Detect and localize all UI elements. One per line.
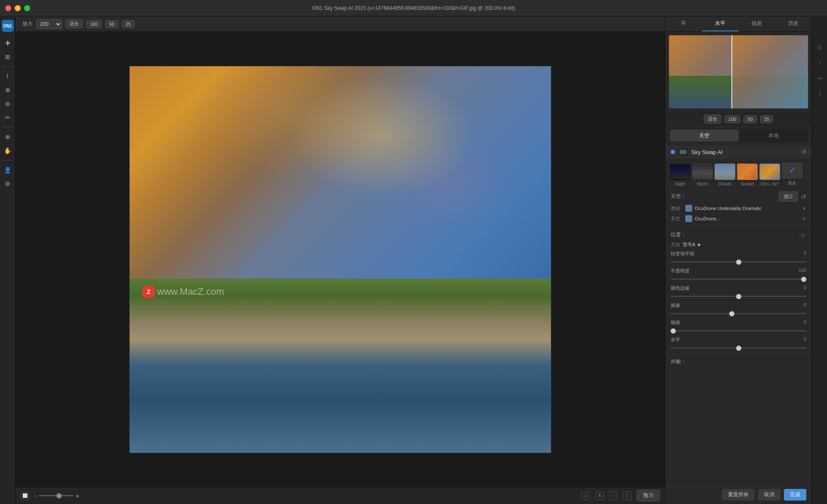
method-value[interactable]: 型号A ▼ [683, 241, 701, 248]
sky-thumbnails: Night Storm Clouds Sunset Ocu...ne* [665, 159, 811, 190]
slider-huan: 换缘 0 [665, 301, 811, 318]
mini-zoom-bar: 适合 100 50 25 [665, 112, 811, 126]
image-ground [130, 278, 551, 452]
brush-tool-icon[interactable]: ⌇ [2, 70, 14, 82]
circle-icon[interactable]: ○ [609, 492, 618, 500]
preview-button[interactable]: 预习 [637, 490, 660, 501]
left-toolbar: ON1 ✛ ⊞ ⌇ ⊕ ⊚ ✏ ⊕ ✋ 👤 ⚙ [0, 16, 16, 504]
window-title: ON1 Sky Swap AI 2023 (u=1476844859,89483… [312, 5, 515, 11]
opacity-slider[interactable] [671, 278, 806, 280]
sky-drop-chevron-icon[interactable]: ▼ [802, 216, 806, 221]
maximize-button[interactable] [24, 5, 30, 11]
cancel-button[interactable]: 取消 [758, 489, 780, 501]
more-thumb-img: ✓ [782, 162, 802, 179]
night-thumb-label: Night [675, 182, 685, 186]
huan-label: 换缘 [671, 302, 680, 309]
tab-horizontal[interactable]: 水平 [702, 16, 739, 31]
tab-off[interactable]: 不 [665, 16, 702, 31]
reset-all-button[interactable]: 重置所有 [722, 489, 755, 501]
local-tab[interactable]: 本地 [740, 129, 808, 142]
mini-100-button[interactable]: 100 [724, 115, 740, 123]
tab-history[interactable]: 历史 [775, 16, 811, 31]
main-canvas[interactable]: Z www.MacZ.com [129, 66, 551, 453]
hand-tool-icon[interactable]: ✋ [2, 145, 14, 157]
position-label: 位置： [671, 231, 799, 238]
scale-slider[interactable] [671, 330, 806, 331]
clone-tool-icon[interactable]: ⊚ [2, 98, 14, 110]
storm-thumb-label: Storm [697, 182, 709, 186]
zoom-tool-icon[interactable]: ⊕ [2, 131, 14, 143]
method-chevron-icon: ▼ [696, 242, 701, 247]
zoom-100-button[interactable]: 100 [86, 20, 102, 28]
tab-info[interactable]: 信息 [739, 16, 775, 31]
edge-share-icon[interactable]: ↑ [815, 58, 825, 68]
sky-thumb-night[interactable]: Night [670, 164, 690, 186]
sky-thumb-ocudrone[interactable]: Ocu...ne* [759, 164, 780, 186]
done-button[interactable]: 完成 [784, 489, 806, 501]
settings-tool-icon[interactable]: ⚙ [2, 178, 14, 190]
zoom-select[interactable]: 200 100 50 25 [36, 19, 62, 29]
position-arrows-icon[interactable]: ◁▷ [799, 232, 806, 238]
minimize-button[interactable] [15, 5, 21, 11]
fade-edge-label: 褪色边缘 [671, 285, 690, 291]
horizontal-slider[interactable] [671, 347, 806, 349]
sky-thumb-storm[interactable]: Storm [692, 164, 713, 186]
divider-1 [665, 226, 811, 226]
divider-2 [665, 354, 811, 355]
fit-button[interactable]: 适合 [65, 19, 83, 28]
opacity-label: 不透明度 [671, 268, 690, 274]
mini-50-button[interactable]: 50 [743, 115, 756, 123]
image-clouds [130, 66, 551, 298]
sky-thumb-more[interactable]: ✓ 更多 [782, 162, 802, 186]
sky-reset-icon[interactable]: ↺ [801, 193, 806, 200]
paint-tool-icon[interactable]: ✏ [2, 111, 14, 124]
horizon-slider[interactable] [671, 261, 806, 263]
bottom-slider[interactable] [39, 495, 73, 496]
zoom-label: 放大 [22, 20, 33, 28]
heal-tool-icon[interactable]: ⊕ [2, 84, 14, 96]
mini-25-button[interactable]: 25 [760, 115, 773, 123]
sky-tab[interactable]: 天空 [670, 130, 739, 142]
panel-tabs: 不 水平 信息 历史 [665, 16, 811, 32]
slider-end-icon: ● [76, 493, 79, 499]
sky-drop-value: OcuDrone... [695, 216, 799, 221]
section-active-dot[interactable] [671, 150, 675, 154]
toolbar-separator-3 [3, 160, 13, 161]
center-area: 放大 200 100 50 25 适合 100 50 25 Z www.MacZ… [16, 16, 665, 504]
text-icon[interactable]: A [595, 492, 604, 500]
top-toolbar: 放大 200 100 50 25 适合 100 50 25 [16, 16, 665, 32]
edge-export-icon[interactable]: ⤴ [815, 89, 825, 99]
more-thumb-label: 更多 [788, 180, 796, 186]
edge-adjust-icon[interactable]: ⊶ [815, 73, 825, 83]
bottom-bar: ⬜ ▪ ● □ A ○ ⬡ 预习 [16, 487, 665, 504]
zoom-25-button[interactable]: 25 [122, 20, 135, 28]
move-tool-icon[interactable]: ✛ [2, 37, 14, 49]
clouds-thumb-img [715, 164, 735, 180]
people-tool-icon[interactable]: 👤 [2, 164, 14, 176]
sky-thumb-clouds[interactable]: Clouds [715, 164, 735, 186]
opacity-value: 100 [799, 268, 806, 274]
shape-icon[interactable]: ⬡ [623, 492, 631, 500]
frame-icon[interactable]: ⬜ [21, 492, 29, 500]
sky-drop-row: 天空 OcuDrone... ▼ [665, 213, 811, 224]
horizontal-value: 0 [804, 337, 806, 343]
horizon-value: 0 [804, 250, 806, 257]
close-button[interactable] [5, 5, 11, 11]
category-chevron-icon[interactable]: ▼ [802, 206, 806, 211]
traffic-lights[interactable] [5, 5, 30, 11]
sky-thumb-sunset[interactable]: Sunset [737, 164, 758, 186]
method-row: 方法 型号A ▼ [665, 240, 811, 249]
reset-icon[interactable]: ↺ [801, 148, 806, 155]
import-button[interactable]: 进口 [779, 192, 798, 201]
rect-select-icon[interactable]: □ [581, 492, 590, 500]
sunset-thumb-label: Sunset [740, 182, 754, 186]
edge-camera-icon[interactable]: ⊡ [815, 42, 825, 53]
slider-scale: 规模 0 [665, 318, 811, 335]
horizontal-label: 水平 [671, 337, 680, 343]
fade-edge-slider[interactable] [671, 296, 806, 297]
transform-tool-icon[interactable]: ⊞ [2, 51, 14, 63]
zoom-50-button[interactable]: 50 [105, 20, 118, 28]
huan-slider[interactable] [671, 313, 806, 314]
ocudrone-thumb-label: Ocu...ne* [761, 182, 779, 186]
mini-fit-button[interactable]: 适合 [704, 114, 721, 124]
